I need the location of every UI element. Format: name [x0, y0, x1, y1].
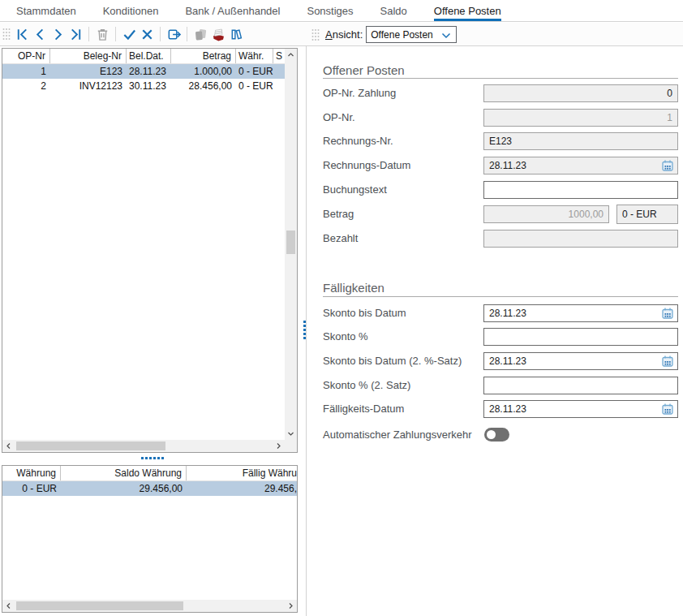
- auto-zahlungsverkehr-toggle[interactable]: [484, 428, 509, 442]
- first-record-icon: [15, 27, 30, 42]
- confirm-icon: [122, 27, 137, 42]
- journal-icon: [229, 27, 244, 42]
- horizontal-scroll-thumb[interactable]: [16, 601, 183, 610]
- print-button[interactable]: [210, 25, 226, 43]
- tab-saldo[interactable]: Saldo: [380, 0, 407, 21]
- op-nr-field[interactable]: 1: [483, 109, 678, 127]
- vertical-scroll-thumb[interactable]: [286, 230, 295, 254]
- faelligkeits-datum-field[interactable]: 28.11.23: [483, 400, 678, 418]
- scroll-left-icon[interactable]: [2, 440, 15, 452]
- betrag-currency-field[interactable]: 0 - EUR: [616, 205, 678, 224]
- currency-saldo-row-1[interactable]: 0 - EUR 29.456,00 29.456,: [2, 481, 297, 496]
- column-header-beleg-nr[interactable]: Beleg-Nr: [50, 49, 127, 63]
- horizontal-scrollbar[interactable]: [2, 600, 297, 612]
- calendar-icon[interactable]: [660, 354, 675, 368]
- delete-button[interactable]: [94, 25, 110, 43]
- op-nr-label: OP-Nr.: [323, 109, 355, 127]
- copy-icon: [193, 27, 208, 42]
- horizontal-scrollbar[interactable]: [2, 440, 285, 452]
- tab-bar: Stammdaten Konditionen Bank / Außenhande…: [0, 0, 683, 22]
- toolbar: Ansicht: Offene Posten: [0, 23, 683, 46]
- tab-offene-posten[interactable]: Offene Posten: [434, 0, 501, 21]
- skonto-prozent-2-field[interactable]: [483, 377, 678, 394]
- faelligkeits-datum-label: Fälligkeits-Datum: [323, 400, 404, 418]
- skonto-bis-datum-2-label: Skonto bis Datum (2. %-Satz): [323, 352, 462, 370]
- column-header-bel-dat[interactable]: Bel.Dat.: [127, 49, 171, 63]
- op-nr-zahlung-label: OP-Nr. Zahlung: [323, 84, 396, 102]
- currency-saldo-grid-header: Währung Saldo Währung Fällig Währu: [2, 466, 297, 481]
- scroll-up-icon[interactable]: [285, 49, 297, 61]
- open-items-grid: OP-Nr Beleg-Nr Bel.Dat. Betrag Währ. S 1…: [2, 48, 298, 453]
- offene-posten-page: Stammdaten Konditionen Bank / Außenhande…: [0, 0, 683, 616]
- last-record-icon: [68, 27, 84, 42]
- buchungstext-field[interactable]: [483, 181, 678, 199]
- scroll-right-icon[interactable]: [273, 440, 285, 452]
- section-rule: [323, 296, 678, 297]
- cancel-button[interactable]: [139, 25, 155, 43]
- rechnungs-nr-field[interactable]: E123: [483, 132, 678, 150]
- skonto-bis-datum-field[interactable]: 28.11.23: [483, 304, 678, 322]
- scroll-left-icon[interactable]: [2, 600, 15, 612]
- cancel-icon: [140, 27, 155, 42]
- next-record-button[interactable]: [49, 25, 66, 43]
- buchungstext-label: Buchungstext: [323, 181, 387, 199]
- section-title-faelligkeiten: Fälligkeiten: [323, 281, 384, 295]
- section-title-offener-posten: Offener Posten: [323, 63, 405, 77]
- bezahlt-label: Bezahlt: [323, 230, 358, 248]
- open-items-grid-header: OP-Nr Beleg-Nr Bel.Dat. Betrag Währ. S: [2, 49, 297, 64]
- rechnungs-datum-label: Rechnungs-Datum: [323, 157, 410, 174]
- calendar-icon[interactable]: [660, 402, 675, 416]
- toolbar-grip-icon[interactable]: [2, 28, 11, 41]
- first-record-button[interactable]: [14, 25, 30, 43]
- column-header-op-nr[interactable]: OP-Nr: [2, 49, 50, 63]
- betrag-field[interactable]: 1000,00: [483, 205, 609, 223]
- column-header-s[interactable]: S: [273, 49, 285, 63]
- tab-bank-aussenhandel[interactable]: Bank / Außenhandel: [185, 0, 280, 21]
- bezahlt-field[interactable]: [483, 230, 678, 248]
- currency-saldo-grid: Währung Saldo Währung Fällig Währu 0 - E…: [2, 465, 298, 613]
- previous-record-icon: [32, 27, 48, 42]
- print-icon: [211, 27, 226, 42]
- tab-konditionen[interactable]: Konditionen: [103, 0, 159, 21]
- scroll-down-icon[interactable]: [285, 428, 297, 440]
- calendar-icon[interactable]: [660, 306, 675, 321]
- toolbar-grip-icon[interactable]: [311, 28, 320, 41]
- view-dropdown[interactable]: Offene Posten: [366, 26, 457, 43]
- calendar-icon[interactable]: [660, 158, 675, 173]
- column-header-betrag[interactable]: Betrag: [171, 49, 236, 63]
- vertical-splitter-handle[interactable]: [303, 321, 306, 339]
- journal-button[interactable]: [228, 25, 244, 43]
- op-nr-zahlung-field[interactable]: 0: [483, 84, 678, 102]
- vertical-splitter[interactable]: [306, 46, 307, 616]
- horizontal-splitter-handle[interactable]: [141, 457, 164, 459]
- column-header-faellig-waehrung[interactable]: Fällig Währu: [187, 466, 297, 480]
- horizontal-scroll-thumb[interactable]: [16, 442, 165, 450]
- scrollbar-corner: [285, 440, 297, 452]
- toolbar-separator: [88, 27, 89, 41]
- toolbar-separator: [187, 27, 187, 41]
- column-header-waehr[interactable]: Währ.: [236, 49, 273, 63]
- toolbar-separator: [115, 27, 116, 41]
- skonto-bis-datum-2-field[interactable]: 28.11.23: [483, 352, 678, 370]
- open-items-row-1[interactable]: 1 E123 28.11.23 1.000,00 0 - EUR: [2, 64, 297, 79]
- rechnungs-datum-field[interactable]: 28.11.23: [483, 157, 678, 174]
- column-header-saldo-waehrung[interactable]: Saldo Währung: [61, 466, 187, 480]
- skonto-bis-datum-label: Skonto bis Datum: [323, 304, 406, 322]
- skonto-prozent-label: Skonto %: [323, 328, 368, 346]
- auto-zahlungsverkehr-label: Automatischer Zahlungsverkehr: [323, 426, 472, 444]
- open-items-row-2[interactable]: 2 INV12123 30.11.23 28.456,00 0 - EUR: [2, 79, 297, 93]
- vertical-scrollbar[interactable]: [285, 49, 297, 440]
- confirm-button[interactable]: [121, 25, 137, 43]
- column-header-waehrung[interactable]: Währung: [2, 466, 61, 480]
- delete-icon: [95, 27, 110, 42]
- previous-record-button[interactable]: [32, 25, 48, 43]
- view-dropdown-value: Offene Posten: [371, 29, 433, 41]
- skonto-prozent-field[interactable]: [483, 328, 678, 346]
- tab-sonstiges[interactable]: Sonstiges: [307, 0, 353, 21]
- post-icon: [166, 27, 182, 42]
- post-button[interactable]: [165, 25, 182, 43]
- last-record-button[interactable]: [67, 25, 84, 43]
- scroll-right-icon[interactable]: [285, 600, 297, 612]
- tab-stammdaten[interactable]: Stammdaten: [16, 0, 76, 21]
- copy-button[interactable]: [192, 25, 208, 43]
